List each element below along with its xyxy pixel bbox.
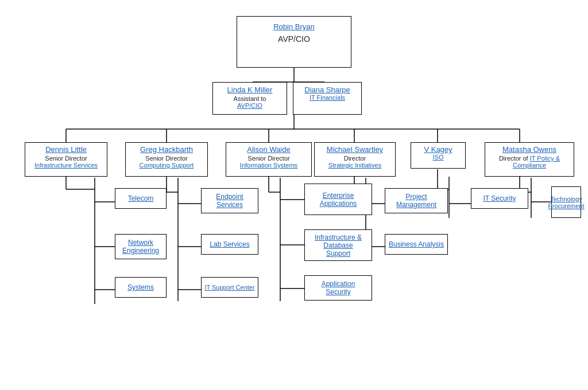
box-endpoint: EndpointServices (201, 188, 258, 213)
box-network-eng: NetworkEngineering (115, 234, 167, 259)
box-project-mgmt: ProjectManagement (385, 188, 448, 213)
michael-name: Michael Swartley (318, 145, 392, 154)
dennis-title: Senior Director (28, 155, 104, 162)
michael-title: Director (318, 155, 392, 162)
box-app-security: ApplicationSecurity (304, 275, 372, 301)
box-it-support: IT Support Center (201, 277, 258, 298)
box-diana: Diana Sharpe IT Financials (293, 82, 362, 115)
linda-dept: AVP/CIO (216, 102, 283, 109)
box-lab: Lab Services (201, 234, 258, 255)
box-michael: Michael Swartley Director Strategic Init… (314, 142, 396, 177)
telecom-label: Telecom (128, 194, 154, 202)
tech-procurement-label: TechnologyProcurement (548, 196, 585, 209)
org-chart: Robin Bryan AVP/CIO Linda K Miller Assis… (0, 0, 588, 390)
box-telecom: Telecom (115, 188, 167, 209)
linda-title: Assistant to (216, 95, 283, 102)
box-linda: Linda K Miller Assistant to AVP/CIO (212, 82, 287, 115)
alison-dept: Information Systems (229, 162, 308, 169)
greg-dept: Computing Support (129, 162, 204, 169)
network-eng-label: NetworkEngineering (122, 239, 159, 255)
app-security-label: ApplicationSecurity (322, 280, 355, 296)
box-biz-analysis: Business Analysis (385, 234, 448, 255)
linda-name: Linda K Miller (216, 85, 283, 94)
box-alison: Alison Waide Senior Director Information… (226, 142, 312, 177)
dennis-name: Dennis Little (28, 145, 104, 154)
matasha-dept1: IT Policy &Compliance (513, 155, 560, 169)
enterprise-label: EnterpriseApplications (320, 192, 357, 208)
vkagey-name: V Kagey (414, 145, 462, 154)
michael-dept: Strategic Initiatives (318, 162, 392, 169)
robin-title: AVP/CIO (242, 34, 346, 44)
box-robin: Robin Bryan AVP/CIO (237, 16, 351, 68)
box-it-security: IT Security (471, 188, 528, 209)
box-enterprise: EnterpriseApplications (304, 184, 372, 215)
matasha-name: Matasha Owens (488, 145, 571, 154)
diana-dept: IT Financials (297, 94, 358, 101)
diana-name: Diana Sharpe (297, 85, 358, 94)
matasha-title: Director of IT Policy &Compliance (488, 155, 571, 169)
box-greg: Greg Hackbarth Senior Director Computing… (125, 142, 208, 177)
box-infra-db: Infrastructure &DatabaseSupport (304, 229, 372, 261)
dennis-dept: Infrastructure Services (28, 162, 104, 169)
greg-title: Senior Director (129, 155, 204, 162)
box-vkagey: V Kagey ISO (411, 142, 466, 169)
box-systems: Systems (115, 277, 167, 298)
lab-label: Lab Services (210, 240, 249, 248)
project-mgmt-label: ProjectManagement (396, 193, 436, 209)
box-matasha: Matasha Owens Director of IT Policy &Com… (485, 142, 574, 177)
greg-name: Greg Hackbarth (129, 145, 204, 154)
box-tech-procurement: TechnologyProcurement (551, 186, 581, 218)
it-support-label: IT Support Center (204, 284, 254, 291)
infra-db-label: Infrastructure &DatabaseSupport (315, 233, 362, 258)
alison-name: Alison Waide (229, 145, 308, 154)
biz-analysis-label: Business Analysis (389, 240, 444, 248)
endpoint-label: EndpointServices (216, 193, 243, 209)
systems-label: Systems (127, 283, 154, 291)
alison-title: Senior Director (229, 155, 308, 162)
it-security-label: IT Security (483, 194, 516, 202)
box-dennis: Dennis Little Senior Director Infrastruc… (25, 142, 107, 177)
robin-name: Robin Bryan (242, 22, 346, 31)
vkagey-dept: ISO (414, 154, 462, 161)
